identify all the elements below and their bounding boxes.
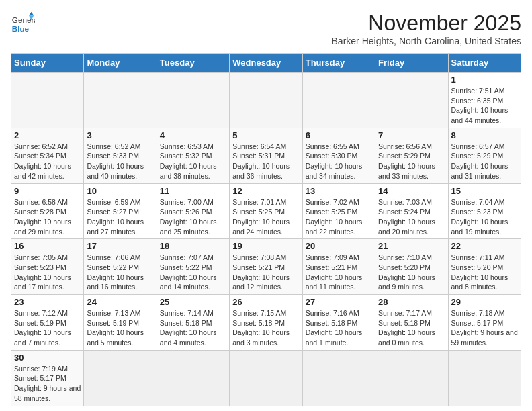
calendar-cell: 13Sunrise: 7:02 AM Sunset: 5:25 PM Dayli…: [302, 183, 375, 239]
day-number: 23: [14, 297, 81, 307]
calendar-cell: [230, 73, 302, 128]
day-info: Sunrise: 6:54 AM Sunset: 5:31 PM Dayligh…: [232, 142, 299, 181]
calendar-cell: 1Sunrise: 7:51 AM Sunset: 6:35 PM Daylig…: [448, 73, 521, 128]
calendar-cell: 9Sunrise: 6:58 AM Sunset: 5:28 PM Daylig…: [11, 183, 84, 239]
calendar-cell: 22Sunrise: 7:11 AM Sunset: 5:20 PM Dayli…: [448, 239, 521, 295]
day-number: 13: [306, 186, 372, 196]
day-info: Sunrise: 6:52 AM Sunset: 5:34 PM Dayligh…: [14, 142, 81, 181]
day-info: Sunrise: 7:05 AM Sunset: 5:23 PM Dayligh…: [14, 253, 81, 292]
day-number: 20: [306, 241, 372, 251]
calendar-cell: 11Sunrise: 7:00 AM Sunset: 5:26 PM Dayli…: [157, 183, 229, 239]
day-info: Sunrise: 7:10 AM Sunset: 5:20 PM Dayligh…: [378, 253, 445, 292]
calendar-cell: [84, 73, 157, 128]
calendar-cell: 12Sunrise: 7:01 AM Sunset: 5:25 PM Dayli…: [230, 183, 302, 239]
calendar-week-row: 2Sunrise: 6:52 AM Sunset: 5:34 PM Daylig…: [11, 128, 521, 183]
day-number: 11: [160, 186, 226, 196]
day-number: 9: [14, 186, 81, 196]
day-info: Sunrise: 7:13 AM Sunset: 5:19 PM Dayligh…: [87, 308, 153, 348]
day-info: Sunrise: 7:03 AM Sunset: 5:24 PM Dayligh…: [378, 197, 445, 237]
calendar-cell: 25Sunrise: 7:14 AM Sunset: 5:18 PM Dayli…: [157, 295, 229, 351]
day-info: Sunrise: 7:01 AM Sunset: 5:25 PM Dayligh…: [232, 197, 299, 237]
calendar-cell: 10Sunrise: 6:59 AM Sunset: 5:27 PM Dayli…: [84, 183, 157, 239]
day-info: Sunrise: 7:02 AM Sunset: 5:25 PM Dayligh…: [306, 197, 372, 237]
day-number: 7: [378, 130, 445, 140]
day-info: Sunrise: 7:12 AM Sunset: 5:19 PM Dayligh…: [14, 308, 81, 348]
calendar-week-row: 1Sunrise: 7:51 AM Sunset: 6:35 PM Daylig…: [11, 73, 521, 128]
day-info: Sunrise: 6:59 AM Sunset: 5:27 PM Dayligh…: [87, 197, 153, 237]
calendar-cell: [448, 350, 521, 406]
day-number: 25: [160, 297, 226, 307]
day-info: Sunrise: 7:51 AM Sunset: 6:35 PM Dayligh…: [451, 86, 518, 126]
day-info: Sunrise: 6:55 AM Sunset: 5:30 PM Dayligh…: [306, 142, 372, 181]
month-title: November 2025: [332, 11, 521, 36]
day-info: Sunrise: 6:58 AM Sunset: 5:28 PM Dayligh…: [14, 197, 81, 237]
calendar-cell: [375, 350, 448, 406]
day-header-tuesday: Tuesday: [157, 54, 229, 73]
day-header-wednesday: Wednesday: [230, 54, 302, 73]
calendar-cell: 18Sunrise: 7:07 AM Sunset: 5:22 PM Dayli…: [157, 239, 229, 295]
calendar-week-row: 9Sunrise: 6:58 AM Sunset: 5:28 PM Daylig…: [11, 183, 521, 239]
calendar-cell: 29Sunrise: 7:18 AM Sunset: 5:17 PM Dayli…: [448, 295, 521, 351]
calendar-week-row: 16Sunrise: 7:05 AM Sunset: 5:23 PM Dayli…: [11, 239, 521, 295]
calendar-cell: 15Sunrise: 7:04 AM Sunset: 5:23 PM Dayli…: [448, 183, 521, 239]
calendar-cell: 14Sunrise: 7:03 AM Sunset: 5:24 PM Dayli…: [375, 183, 448, 239]
calendar-cell: [157, 350, 229, 406]
day-header-friday: Friday: [375, 54, 448, 73]
calendar-cell: 26Sunrise: 7:15 AM Sunset: 5:18 PM Dayli…: [230, 295, 302, 351]
day-info: Sunrise: 6:53 AM Sunset: 5:32 PM Dayligh…: [160, 142, 226, 181]
calendar-table: SundayMondayTuesdayWednesdayThursdayFrid…: [11, 53, 521, 406]
day-info: Sunrise: 7:09 AM Sunset: 5:21 PM Dayligh…: [306, 253, 372, 292]
calendar-cell: 21Sunrise: 7:10 AM Sunset: 5:20 PM Dayli…: [375, 239, 448, 295]
day-number: 21: [378, 241, 445, 251]
generalblue-logo-icon: General Blue: [11, 11, 35, 35]
day-info: Sunrise: 7:19 AM Sunset: 5:17 PM Dayligh…: [14, 364, 81, 404]
day-info: Sunrise: 7:04 AM Sunset: 5:23 PM Dayligh…: [451, 197, 518, 237]
day-number: 2: [14, 130, 81, 140]
calendar-cell: 16Sunrise: 7:05 AM Sunset: 5:23 PM Dayli…: [11, 239, 84, 295]
day-info: Sunrise: 7:18 AM Sunset: 5:17 PM Dayligh…: [451, 308, 518, 348]
calendar-cell: 19Sunrise: 7:08 AM Sunset: 5:21 PM Dayli…: [230, 239, 302, 295]
day-info: Sunrise: 7:11 AM Sunset: 5:20 PM Dayligh…: [451, 253, 518, 292]
days-header-row: SundayMondayTuesdayWednesdayThursdayFrid…: [11, 54, 521, 73]
day-header-monday: Monday: [84, 54, 157, 73]
logo: General Blue: [11, 11, 35, 35]
day-header-thursday: Thursday: [302, 54, 375, 73]
calendar-cell: 17Sunrise: 7:06 AM Sunset: 5:22 PM Dayli…: [84, 239, 157, 295]
day-number: 28: [378, 297, 445, 307]
calendar-cell: 3Sunrise: 6:52 AM Sunset: 5:33 PM Daylig…: [84, 128, 157, 183]
day-number: 15: [451, 186, 518, 196]
calendar-cell: 4Sunrise: 6:53 AM Sunset: 5:32 PM Daylig…: [157, 128, 229, 183]
svg-marker-2: [29, 12, 34, 15]
day-info: Sunrise: 7:07 AM Sunset: 5:22 PM Dayligh…: [160, 253, 226, 292]
day-info: Sunrise: 6:57 AM Sunset: 5:29 PM Dayligh…: [451, 142, 518, 181]
day-number: 3: [87, 130, 153, 140]
calendar-cell: [302, 73, 375, 128]
day-number: 26: [232, 297, 299, 307]
calendar-cell: 7Sunrise: 6:56 AM Sunset: 5:29 PM Daylig…: [375, 128, 448, 183]
calendar-cell: 20Sunrise: 7:09 AM Sunset: 5:21 PM Dayli…: [302, 239, 375, 295]
day-number: 8: [451, 130, 518, 140]
calendar-cell: 23Sunrise: 7:12 AM Sunset: 5:19 PM Dayli…: [11, 295, 84, 351]
day-info: Sunrise: 7:14 AM Sunset: 5:18 PM Dayligh…: [160, 308, 226, 348]
calendar-cell: 2Sunrise: 6:52 AM Sunset: 5:34 PM Daylig…: [11, 128, 84, 183]
day-number: 10: [87, 186, 153, 196]
day-info: Sunrise: 6:52 AM Sunset: 5:33 PM Dayligh…: [87, 142, 153, 181]
day-number: 22: [451, 241, 518, 251]
calendar-cell: 28Sunrise: 7:17 AM Sunset: 5:18 PM Dayli…: [375, 295, 448, 351]
day-number: 6: [306, 130, 372, 140]
day-info: Sunrise: 7:08 AM Sunset: 5:21 PM Dayligh…: [232, 253, 299, 292]
calendar-cell: [375, 73, 448, 128]
calendar-week-row: 30Sunrise: 7:19 AM Sunset: 5:17 PM Dayli…: [11, 350, 521, 406]
day-info: Sunrise: 6:56 AM Sunset: 5:29 PM Dayligh…: [378, 142, 445, 181]
day-number: 4: [160, 130, 226, 140]
day-number: 27: [306, 297, 372, 307]
day-number: 16: [14, 241, 81, 251]
calendar-cell: [230, 350, 302, 406]
day-number: 14: [378, 186, 445, 196]
svg-text:Blue: Blue: [12, 24, 30, 33]
day-number: 19: [232, 241, 299, 251]
day-number: 30: [14, 353, 81, 363]
location-title: Barker Heights, North Carolina, United S…: [332, 36, 521, 46]
calendar-cell: 27Sunrise: 7:16 AM Sunset: 5:18 PM Dayli…: [302, 295, 375, 351]
calendar-cell: [157, 73, 229, 128]
